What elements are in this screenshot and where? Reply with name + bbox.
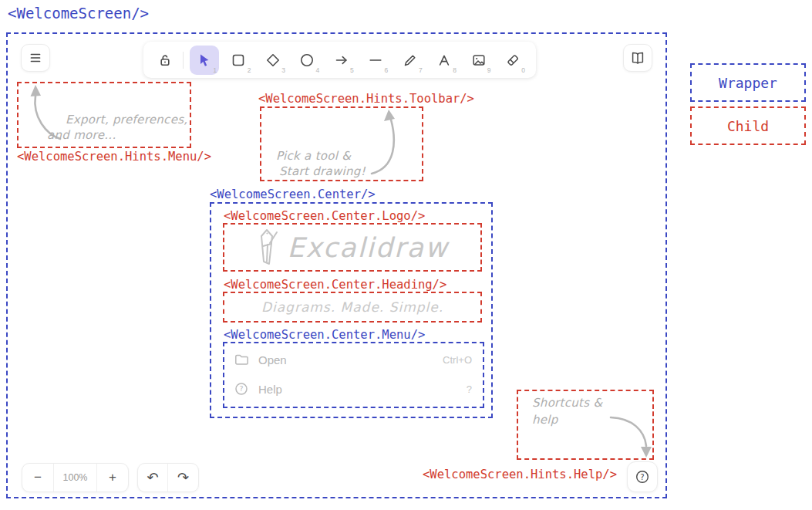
menu-hint-text-line1: Export, preferences,	[66, 113, 187, 127]
eraser-icon	[505, 52, 521, 68]
help-button[interactable]: ?	[627, 461, 658, 492]
toolbar-divider	[183, 52, 184, 69]
question-icon: ?	[234, 381, 249, 397]
main-menu-button[interactable]	[21, 44, 50, 72]
legend-wrapper-label: Wrapper	[719, 75, 777, 91]
tool-badge: 0	[521, 66, 525, 74]
tool-ellipse[interactable]: 4	[292, 46, 322, 75]
book-icon	[630, 50, 645, 66]
page-title: <WelcomeScreen/>	[8, 5, 149, 22]
tool-badge: 5	[350, 66, 354, 74]
welcome-screen-doc-page: <WelcomeScreen/>	[0, 0, 812, 510]
center-logo-box: Excalidraw	[223, 223, 482, 272]
menu-item-label: Open	[258, 353, 287, 366]
toolbar: 1 2 3	[143, 42, 536, 78]
menu-item-shortcut: Ctrl+O	[443, 354, 472, 366]
zoom-controls: − 100% +	[22, 463, 129, 492]
menu-item-shortcut: ?	[467, 383, 472, 395]
ellipse-icon	[299, 52, 315, 68]
rectangle-icon	[231, 52, 246, 68]
center-menu-label: <WelcomeScreen.Center.Menu/>	[224, 328, 425, 342]
history-controls: ↶ ↷	[137, 463, 199, 492]
tool-image[interactable]: 9	[464, 46, 494, 75]
tool-badge: 8	[453, 66, 457, 74]
image-icon	[471, 52, 487, 68]
pencil-icon	[403, 52, 418, 68]
diamond-icon	[265, 52, 281, 68]
lock-tool-button[interactable]	[152, 46, 178, 75]
undo-button[interactable]: ↶	[138, 464, 168, 491]
legend-child-label: Child	[727, 118, 769, 134]
center-heading-label: <WelcomeScreen.Center.Heading/>	[224, 278, 446, 292]
line-icon	[368, 52, 383, 68]
tool-diamond[interactable]: 3	[258, 46, 288, 75]
center-menu-item-help[interactable]: ? Help ?	[234, 380, 472, 398]
tool-badge: 3	[281, 66, 285, 74]
help-hint-text-line2: help	[532, 413, 558, 427]
selection-cursor-icon	[197, 52, 212, 68]
tool-draw[interactable]: 7	[396, 46, 425, 75]
excalidraw-pencil-logo-icon	[256, 228, 279, 268]
help-question-icon: ?	[635, 469, 650, 485]
hints-toolbar-label: <WelcomeScreen.Hints.Toolbar/>	[258, 92, 474, 106]
arrow-icon	[334, 52, 349, 68]
legend-child-box: Child	[690, 106, 806, 145]
tool-arrow[interactable]: 5	[327, 46, 356, 75]
tools-row: 1 2 3	[190, 46, 527, 75]
toolbar-hint-text-line1: Pick a tool &	[276, 149, 351, 163]
lock-icon	[157, 52, 173, 68]
svg-text:?: ?	[640, 473, 644, 481]
excalidraw-logo-text: Excalidraw	[287, 232, 448, 263]
menu-item-label: Help	[258, 383, 282, 396]
toolbar-hint-text-line2: Start drawing!	[279, 164, 366, 178]
zoom-out-button[interactable]: −	[22, 464, 53, 491]
tool-badge: 1	[213, 66, 217, 74]
hints-help-label: <WelcomeScreen.Hints.Help/>	[423, 468, 617, 481]
center-menu-item-open[interactable]: Open Ctrl+O	[234, 350, 472, 369]
hamburger-icon	[28, 50, 43, 66]
tool-badge: 4	[316, 66, 320, 74]
center-menu-box: Open Ctrl+O ? Help ?	[223, 342, 484, 408]
tool-rectangle[interactable]: 2	[224, 46, 253, 75]
zoom-level[interactable]: 100%	[53, 464, 97, 491]
center-label: <WelcomeScreen.Center/>	[210, 187, 376, 201]
tool-eraser[interactable]: 0	[498, 46, 527, 75]
tool-badge: 9	[487, 66, 491, 74]
menu-hint-text-line2: and more...	[47, 128, 116, 142]
tool-badge: 7	[419, 66, 423, 74]
tool-text[interactable]: 8	[430, 46, 459, 75]
help-hint-arrow-icon	[601, 407, 655, 461]
center-heading-box: Diagrams. Made. Simple.	[223, 292, 482, 323]
zoom-in-button[interactable]: +	[97, 464, 128, 491]
hints-menu-label: <WelcomeScreen.Hints.Menu/>	[17, 150, 211, 164]
svg-text:?: ?	[239, 384, 243, 393]
tool-selection[interactable]: 1	[190, 46, 219, 75]
tool-badge: 6	[384, 66, 388, 74]
tool-badge: 2	[248, 66, 251, 74]
redo-button[interactable]: ↷	[168, 464, 198, 491]
center-heading-text: Diagrams. Made. Simple.	[261, 299, 443, 315]
folder-icon	[234, 352, 249, 367]
text-icon	[436, 52, 452, 68]
tool-line[interactable]: 6	[361, 46, 390, 75]
center-logo-label: <WelcomeScreen.Center.Logo/>	[224, 209, 425, 223]
help-hint-text-line1: Shortcuts &	[532, 396, 602, 410]
legend-wrapper-box: Wrapper	[690, 63, 806, 102]
library-button[interactable]	[623, 44, 652, 72]
